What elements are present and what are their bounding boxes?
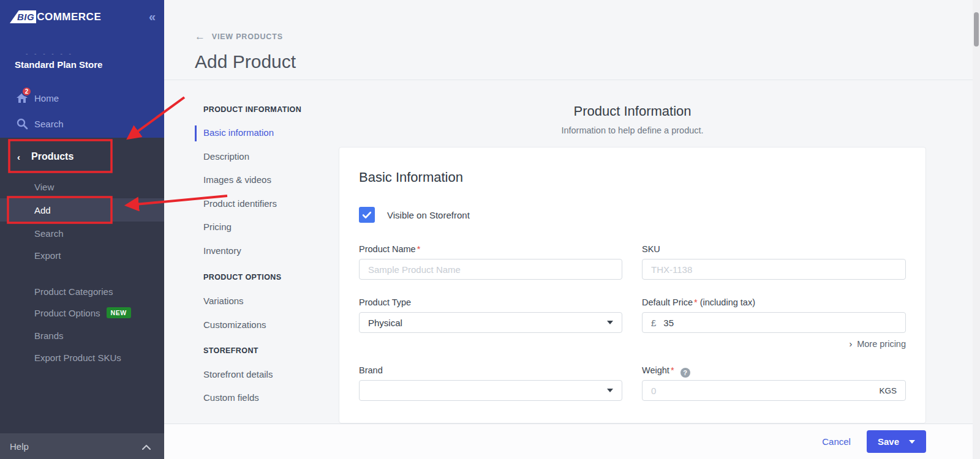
weight-label: Weight* ? [642, 365, 690, 378]
product-name-label: Product Name* [359, 244, 420, 254]
cancel-button[interactable]: Cancel [822, 436, 851, 447]
main-section-title: Product Information [339, 103, 926, 119]
page-scrollbar-track[interactable] [973, 0, 980, 459]
active-indicator-bar [195, 125, 197, 141]
section-nav-heading: PRODUCT INFORMATION [203, 105, 301, 114]
product-name-field-box [359, 259, 622, 280]
sku-field-box [642, 259, 906, 280]
weight-unit: KGS [879, 386, 897, 395]
page-header: ← VIEW PRODUCTS Add Product [164, 0, 973, 80]
sidebar-item-add[interactable]: Add [0, 198, 164, 222]
product-name-input[interactable] [368, 264, 613, 275]
section-nav-heading: STOREFRONT [203, 346, 258, 355]
sidebar-item-home[interactable]: 2 Home [0, 88, 164, 108]
sidebar-products-panel: ‹ Products View Add Search Export Produc… [0, 138, 164, 459]
chevron-left-icon: ‹ [17, 152, 20, 162]
section-nav-heading: PRODUCT OPTIONS [203, 273, 282, 282]
home-notification-badge: 2 [21, 86, 32, 97]
sidebar-item-export[interactable]: Export [0, 244, 164, 267]
check-icon [363, 212, 371, 218]
basic-information-card: Basic Information Visible on Storefront … [339, 147, 926, 424]
sidebar-item-product-categories[interactable]: Product Categories [0, 280, 164, 303]
breadcrumb-view-products[interactable]: ← VIEW PRODUCTS [195, 31, 283, 43]
masked-store-owner: - - - - - - [26, 50, 74, 57]
collapse-sidebar-icon[interactable]: « [149, 10, 156, 24]
product-type-value: Physical [368, 318, 402, 328]
page-scrollbar-thumb[interactable] [974, 12, 979, 47]
weight-input[interactable] [651, 386, 873, 396]
sidebar-blue-section: BIGCOMMERCE « - - - - - - Standard Plan … [0, 0, 164, 138]
search-icon [16, 118, 28, 130]
home-icon: 2 [16, 92, 28, 104]
nav-product-identifiers[interactable]: Product identifiers [203, 198, 277, 209]
sidebar-item-view[interactable]: View [0, 175, 164, 198]
action-footer: Cancel Save [164, 424, 980, 459]
product-type-label: Product Type [359, 297, 411, 307]
save-dropdown-caret-icon[interactable] [909, 440, 915, 444]
save-button[interactable]: Save [867, 430, 926, 453]
new-badge: NEW [107, 307, 131, 318]
page-title: Add Product [195, 51, 296, 72]
required-asterisk: * [417, 244, 421, 254]
sidebar-item-brands[interactable]: Brands [0, 324, 164, 347]
help-question-icon[interactable]: ? [680, 368, 690, 378]
required-asterisk: * [694, 297, 698, 307]
visible-on-storefront-label: Visible on Storefront [387, 210, 470, 220]
sidebar-item-export-product-skus[interactable]: Export Product SKUs [0, 346, 164, 369]
default-price-field-box: £ [642, 312, 906, 333]
sidebar-item-product-options[interactable]: Product Options NEW [0, 301, 164, 324]
nav-variations[interactable]: Variations [203, 296, 244, 306]
bigcommerce-logo[interactable]: BIGCOMMERCE [10, 10, 101, 23]
help-button[interactable]: Help [0, 433, 164, 459]
chevron-down-icon [607, 321, 613, 324]
sidebar: BIGCOMMERCE « - - - - - - Standard Plan … [0, 0, 164, 459]
nav-basic-information[interactable]: Basic information [203, 127, 274, 138]
logo-flag-icon: BIG [10, 10, 36, 23]
brand-select[interactable] [359, 380, 622, 401]
sku-input[interactable] [651, 264, 897, 275]
sidebar-item-products-search[interactable]: Search [0, 222, 164, 245]
main-section-subtitle: Information to help define a product. [339, 125, 926, 135]
sidebar-item-search[interactable]: Search [0, 114, 164, 133]
back-arrow-icon: ← [195, 31, 206, 43]
sidebar-item-label: Home [34, 93, 59, 103]
nav-pricing[interactable]: Pricing [203, 222, 232, 232]
chevron-right-icon: › [849, 339, 852, 349]
nav-description[interactable]: Description [203, 151, 249, 162]
more-pricing-link[interactable]: ›More pricing [642, 339, 906, 349]
required-asterisk: * [671, 365, 674, 375]
product-type-select[interactable]: Physical [359, 312, 622, 333]
brand-label: Brand [359, 365, 383, 375]
store-name: Standard Plan Store [15, 59, 102, 70]
nav-images-videos[interactable]: Images & videos [203, 174, 271, 185]
card-heading: Basic Information [359, 170, 463, 185]
nav-customizations[interactable]: Customizations [203, 319, 266, 330]
chevron-down-icon [607, 389, 613, 392]
sku-label: SKU [642, 244, 660, 254]
sidebar-group-products[interactable]: ‹ Products [0, 141, 164, 172]
chevron-up-icon [142, 441, 151, 452]
visible-on-storefront-checkbox[interactable] [359, 207, 375, 223]
default-price-label: Default Price* (including tax) [642, 297, 755, 307]
default-price-input[interactable] [663, 318, 897, 328]
weight-field-box: KGS [642, 380, 906, 401]
nav-storefront-details[interactable]: Storefront details [203, 369, 273, 379]
products-group-label: Products [31, 151, 74, 162]
nav-custom-fields[interactable]: Custom fields [203, 392, 259, 403]
currency-symbol: £ [651, 318, 656, 328]
sidebar-item-label: Search [34, 119, 64, 129]
nav-inventory[interactable]: Inventory [203, 245, 241, 256]
